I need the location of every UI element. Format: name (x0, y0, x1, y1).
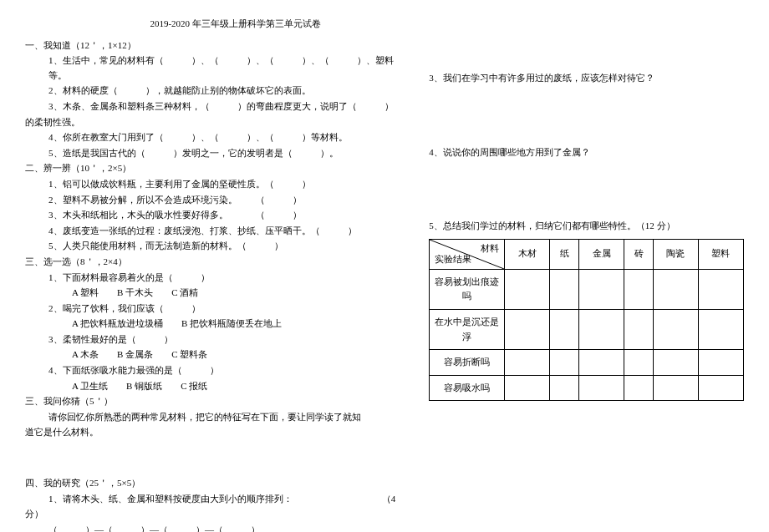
s1-q4: 4、你所在教室大门用到了（ ）、（ ）、（ ）等材料。 (25, 130, 395, 145)
section4-heading: 三、我问你猜（5＇） (25, 394, 395, 409)
section3-heading: 三、选一选（8＇，2×4） (25, 255, 395, 270)
s3-q1-opts: A 塑料 B 干木头 C 酒精 (25, 286, 395, 301)
table-cell (653, 350, 698, 376)
s4-text2: 道它是什么材料。 (25, 425, 395, 440)
s1-q3b: 的柔韧性强。 (25, 115, 395, 130)
table-cell (579, 269, 624, 309)
s1-q5: 5、造纸是我国古代的（ ）发明之一，它的发明者是（ ）。 (25, 146, 395, 161)
col-header: 金属 (579, 239, 624, 269)
s3-q4-opts: A 卫生纸 B 铜版纸 C 报纸 (25, 379, 395, 394)
table-row: 在水中是沉还是浮 (430, 309, 744, 349)
s2-q2: 2、塑料不易被分解，所以不会造成环境污染。 （ ） (25, 193, 395, 208)
materials-table: 材料 实验结果 木材 纸 金属 砖 陶瓷 塑料 容易被划出痕迹吗 在水中是沉还是… (429, 239, 744, 402)
table-cell (698, 309, 743, 349)
table-cell (550, 269, 579, 309)
s3-q3: 3、柔韧性最好的是（ ） (25, 332, 395, 347)
table-cell (624, 269, 654, 309)
section1-heading: 一、我知道（12＇，1×12） (25, 38, 395, 53)
s5-q1c: 分） (25, 507, 395, 522)
row-label: 容易折断吗 (430, 350, 505, 376)
table-cell (579, 309, 624, 349)
table-header-row: 材料 实验结果 木材 纸 金属 砖 陶瓷 塑料 (430, 239, 744, 269)
table-cell (653, 269, 698, 309)
s3-q2-opts: A 把饮料瓶放进垃圾桶 B 把饮料瓶随便丢在地上 (25, 317, 395, 332)
table-cell (653, 309, 698, 349)
table-cell (550, 350, 579, 376)
s2-q4: 4、废纸变造一张纸的过程：废纸浸泡、打浆、抄纸、压平晒干。（ ） (25, 224, 395, 239)
table-cell (579, 350, 624, 376)
col-header: 砖 (624, 239, 654, 269)
row-label: 容易被划出痕迹吗 (430, 269, 505, 309)
row-label: 容易吸水吗 (430, 375, 505, 401)
s3-q1: 1、下面材料最容易着火的是（ ） (25, 271, 395, 286)
s2-q1: 1、铝可以做成饮料瓶，主要利用了金属的坚硬性质。（ ） (25, 177, 395, 192)
table-cell (653, 375, 698, 401)
table-cell (579, 375, 624, 401)
table-cell (550, 375, 579, 401)
right-q3: 3、我们在学习中有许多用过的废纸，应该怎样对待它？ (429, 71, 744, 86)
right-q4: 4、说说你的周围哪些地方用到了金属？ (429, 145, 744, 160)
col-header: 木材 (505, 239, 550, 269)
s5-q1b: （4 (382, 492, 396, 507)
table-cell (550, 309, 579, 349)
s5-q1-row: 1、请将木头、纸、金属和塑料按硬度由大到小的顺序排列： （4 (25, 492, 395, 507)
table-cell (505, 350, 550, 376)
s5-q1-blanks: （ ）—（ ）—（ ）—（ ） (25, 523, 395, 532)
section2-heading: 二、辨一辨（10＇，2×5） (25, 161, 395, 176)
s5-q1a: 1、请将木头、纸、金属和塑料按硬度由大到小的顺序排列： (48, 492, 293, 507)
table-cell (624, 375, 654, 401)
table-cell (698, 375, 743, 401)
table-diag-header: 材料 实验结果 (430, 239, 505, 269)
diag-bottom: 实验结果 (435, 252, 471, 267)
table-cell (505, 375, 550, 401)
s1-q1: 1、生活中，常见的材料有（ ）、（ ）、（ ）、（ ）、塑料等。 (25, 53, 395, 83)
col-header: 陶瓷 (653, 239, 698, 269)
diag-top: 材料 (481, 241, 499, 256)
row-label: 在水中是沉还是浮 (430, 309, 505, 349)
col-header: 纸 (550, 239, 579, 269)
right-column: 3、我们在学习中有许多用过的废纸，应该怎样对待它？ 4、说说你的周围哪些地方用到… (429, 17, 744, 515)
table-row: 容易吸水吗 (430, 375, 744, 401)
table-row: 容易被划出痕迹吗 (430, 269, 744, 309)
s1-q2: 2、材料的硬度（ ），就越能防止别的物体破坏它的表面。 (25, 84, 395, 99)
s4-text1: 请你回忆你所熟悉的两种常见材料，把它的特征写在下面，要让同学读了就知 (25, 410, 395, 425)
table-cell (698, 350, 743, 376)
table-cell (624, 309, 654, 349)
section5-heading: 四、我的研究（25＇，5×5） (25, 476, 395, 491)
col-header: 塑料 (698, 239, 743, 269)
table-cell (505, 309, 550, 349)
left-column: 2019-2020 年三年级上册科学第三单元试卷 一、我知道（12＇，1×12）… (25, 17, 395, 515)
s2-q3: 3、木头和纸相比，木头的吸水性要好得多。 （ ） (25, 208, 395, 223)
table-cell (505, 269, 550, 309)
exam-title: 2019-2020 年三年级上册科学第三单元试卷 (75, 17, 395, 32)
s3-q2: 2、喝完了饮料，我们应该（ ） (25, 301, 395, 317)
table-cell (624, 350, 654, 376)
table-row: 容易折断吗 (430, 350, 744, 376)
s1-q3: 3、木条、金属条和塑料条三种材料，（ ）的弯曲程度更大，说明了（ ） (25, 99, 395, 114)
s3-q4: 4、下面纸张吸水能力最强的是（ ） (25, 363, 395, 378)
right-q5: 5、总结我们学过的材料，归纳它们都有哪些特性。（12 分） (429, 219, 744, 234)
table-cell (698, 269, 743, 309)
s3-q3-opts: A 木条 B 金属条 C 塑料条 (25, 347, 395, 362)
s2-q5: 5、人类只能使用材料，而无法制造新的材料。（ ） (25, 239, 395, 254)
